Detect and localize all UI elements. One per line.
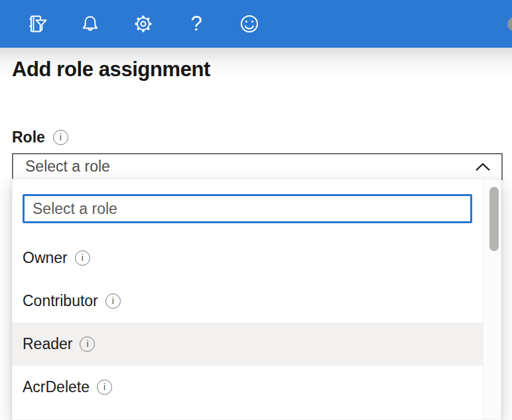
directory-filter-button[interactable] bbox=[25, 12, 49, 36]
option-reader[interactable]: Readeri bbox=[13, 323, 484, 366]
page-title: Add role assignment bbox=[12, 57, 500, 82]
chevron-up-icon bbox=[475, 162, 491, 172]
bell-icon bbox=[78, 12, 102, 36]
avatar[interactable] bbox=[507, 17, 512, 31]
option-owner[interactable]: Owneri bbox=[13, 236, 484, 280]
feedback-button[interactable] bbox=[237, 12, 261, 36]
role-combobox[interactable]: Select a role bbox=[12, 153, 503, 180]
info-icon[interactable]: i bbox=[80, 337, 95, 352]
option-acrdelete[interactable]: AcrDeletei bbox=[13, 366, 484, 409]
info-icon[interactable]: i bbox=[97, 380, 112, 395]
info-icon[interactable]: i bbox=[105, 293, 121, 309]
option-label: Reader bbox=[23, 335, 72, 353]
gear-icon bbox=[131, 12, 155, 36]
option-label: AcrDelete bbox=[23, 378, 90, 396]
role-label-row: Role i bbox=[12, 129, 500, 146]
info-icon[interactable]: i bbox=[75, 250, 90, 266]
option-label: Contributor bbox=[23, 292, 98, 310]
notifications-button[interactable] bbox=[78, 12, 102, 36]
settings-button[interactable] bbox=[131, 12, 155, 36]
smiley-icon bbox=[237, 12, 261, 36]
top-app-bar: ? bbox=[0, 0, 512, 48]
dropdown-scrollbar-thumb[interactable] bbox=[489, 187, 499, 251]
directory-filter-icon bbox=[25, 12, 49, 36]
role-dropdown-panel: OwneriContributoriReaderiAcrDeletei bbox=[12, 179, 501, 420]
option-label: Owner bbox=[23, 249, 68, 267]
help-icon: ? bbox=[190, 13, 202, 34]
dropdown-scrollbar-track[interactable] bbox=[483, 180, 501, 419]
help-button[interactable]: ? bbox=[184, 12, 208, 36]
info-icon[interactable]: i bbox=[53, 130, 68, 145]
role-search-input[interactable] bbox=[23, 194, 472, 223]
option-contributor[interactable]: Contributori bbox=[13, 280, 484, 323]
role-options-list: OwneriContributoriReaderiAcrDeletei bbox=[13, 236, 484, 409]
role-label: Role bbox=[12, 129, 45, 146]
combobox-value: Select a role bbox=[25, 158, 475, 176]
